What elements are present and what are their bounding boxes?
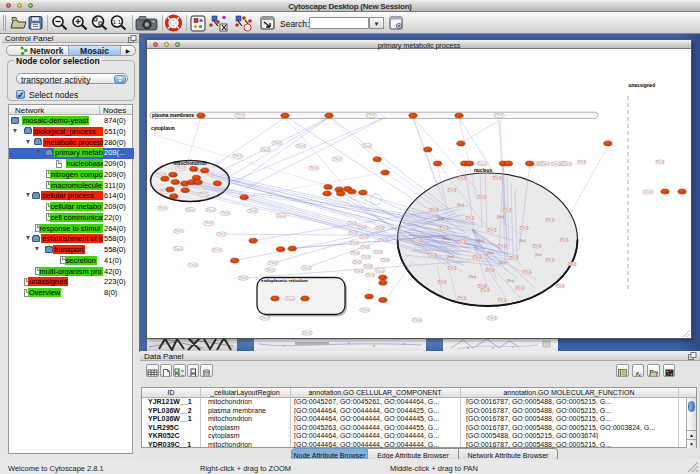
svg-text:[Yb-x]: [Yb-x] <box>477 239 484 243</box>
svg-text:[Yxx-x]: [Yxx-x] <box>556 284 564 288</box>
svg-text:[Yxx-x]: [Yxx-x] <box>174 247 182 251</box>
svg-text:[Yxx-x]: [Yxx-x] <box>273 141 281 145</box>
svg-text:[Yxx-x]: [Yxx-x] <box>207 208 215 212</box>
svg-text:[Yxx-x]: [Yxx-x] <box>239 276 247 280</box>
svg-text:[Yxx-x]: [Yxx-x] <box>440 226 448 230</box>
svg-text:fₓ: fₓ <box>635 370 640 378</box>
svg-text:[Yxx-x]: [Yxx-x] <box>376 269 384 273</box>
svg-text:[Yxx-x]: [Yxx-x] <box>498 244 506 248</box>
svg-text:[Yxx-x]: [Yxx-x] <box>310 166 318 170</box>
svg-text:[Yxx-x]: [Yxx-x] <box>234 154 242 158</box>
svg-text:[Yxx-x]: [Yxx-x] <box>413 238 421 242</box>
svg-text:mitochondrion: mitochondrion <box>173 161 207 166</box>
svg-text:[Yxx-x]: [Yxx-x] <box>266 268 274 272</box>
svg-text:[Yxx-x]: [Yxx-x] <box>277 214 285 218</box>
svg-text:[Yxx-x]: [Yxx-x] <box>503 208 511 212</box>
svg-text:[Yxx-x]: [Yxx-x] <box>541 162 549 166</box>
svg-text:[Yxx-x]: [Yxx-x] <box>428 253 436 257</box>
svg-text:[Yxx-x]: [Yxx-x] <box>333 157 341 161</box>
svg-text:[Yxx-x]: [Yxx-x] <box>568 262 576 266</box>
svg-text:[Yxx-x]: [Yxx-x] <box>486 268 494 272</box>
svg-text:[Yb-x]: [Yb-x] <box>499 261 506 265</box>
svg-text:[Yxx-x]: [Yxx-x] <box>351 251 359 255</box>
svg-text:1:1: 1:1 <box>113 19 122 25</box>
svg-text:[Yxx-x]: [Yxx-x] <box>493 176 501 180</box>
svg-text:[Yxx-x]: [Yxx-x] <box>358 225 366 229</box>
svg-text:[Yxx-x]: [Yxx-x] <box>286 297 294 301</box>
svg-text:[Yxx-x]: [Yxx-x] <box>158 206 166 210</box>
svg-text:[Yxx-x]: [Yxx-x] <box>374 250 382 254</box>
svg-text:[Yxx-x]: [Yxx-x] <box>176 166 184 170</box>
svg-text:[Yxx-x]: [Yxx-x] <box>381 258 389 262</box>
svg-text:[Yb-x]: [Yb-x] <box>437 217 444 221</box>
svg-text:[Yxx-x]: [Yxx-x] <box>546 218 554 222</box>
svg-text:[Yxx-x]: [Yxx-x] <box>644 190 652 194</box>
svg-text:[Yxx-x]: [Yxx-x] <box>353 260 361 264</box>
svg-text:[Yxx-x]: [Yxx-x] <box>367 113 375 117</box>
svg-text:[Yxx-x]: [Yxx-x] <box>361 245 369 249</box>
svg-text:[Yxx-x]: [Yxx-x] <box>199 192 207 196</box>
svg-text:[Yb-x]: [Yb-x] <box>535 253 542 257</box>
svg-text:unassigned: unassigned <box>629 83 656 88</box>
svg-text:[Yxx-x]: [Yxx-x] <box>360 235 368 239</box>
svg-text:[Yxx-x]: [Yxx-x] <box>261 316 269 320</box>
svg-text:[Yxx-x]: [Yxx-x] <box>413 318 421 322</box>
svg-text:[Yxx-x]: [Yxx-x] <box>430 208 438 212</box>
svg-text:[Yxx-x]: [Yxx-x] <box>498 298 506 302</box>
svg-text:[Yb-x]: [Yb-x] <box>442 237 449 241</box>
svg-text:[Yxx-x]: [Yxx-x] <box>478 284 486 288</box>
svg-text:[Yb-x]: [Yb-x] <box>497 215 504 219</box>
svg-text:[Yxx-x]: [Yxx-x] <box>175 229 183 233</box>
svg-text:[Yxx-x]: [Yxx-x] <box>218 232 226 236</box>
svg-text:[Yxx-x]: [Yxx-x] <box>362 255 370 259</box>
svg-text:[Yb-x]: [Yb-x] <box>519 239 526 243</box>
svg-text:[Yxx-x]: [Yxx-x] <box>473 255 481 259</box>
svg-text:[Yxx-x]: [Yxx-x] <box>236 113 244 117</box>
svg-text:[Yxx-x]: [Yxx-x] <box>448 188 456 192</box>
svg-text:[Yxx-x]: [Yxx-x] <box>221 211 229 215</box>
svg-text:[Yxx-x]: [Yxx-x] <box>366 273 374 277</box>
svg-text:[Yxx-x]: [Yxx-x] <box>520 226 528 230</box>
svg-text:[Yxx-x]: [Yxx-x] <box>186 208 194 212</box>
svg-text:[Yxx-x]: [Yxx-x] <box>466 216 474 220</box>
svg-text:[Yxx-x]: [Yxx-x] <box>438 280 446 284</box>
svg-text:[Yxx-x]: [Yxx-x] <box>458 296 466 300</box>
svg-text:[Yxx-x]: [Yxx-x] <box>546 258 554 262</box>
svg-text:[Yxx-x]: [Yxx-x] <box>533 244 541 248</box>
svg-text:endoplasmic reticulum: endoplasmic reticulum <box>261 278 308 283</box>
svg-text:[Yxx-x]: [Yxx-x] <box>350 241 358 245</box>
svg-text:[Yxx-x]: [Yxx-x] <box>516 286 524 290</box>
svg-text:[Yxx-x]: [Yxx-x] <box>303 331 311 335</box>
svg-text:[Yxx-x]: [Yxx-x] <box>488 316 496 320</box>
svg-text:[Yxx-x]: [Yxx-x] <box>478 195 486 199</box>
svg-text:[Yxx-x]: [Yxx-x] <box>495 113 503 117</box>
svg-text:nucleus: nucleus <box>474 168 492 173</box>
svg-text:[Yxx-x]: [Yxx-x] <box>481 288 489 292</box>
svg-text:[Yxx-x]: [Yxx-x] <box>448 266 456 270</box>
svg-text:[Yxx-x]: [Yxx-x] <box>297 144 305 148</box>
svg-text:[Yxx-x]: [Yxx-x] <box>189 263 197 267</box>
svg-text:[Yxx-x]: [Yxx-x] <box>379 238 387 242</box>
svg-text:[Yxx-x]: [Yxx-x] <box>364 264 372 268</box>
svg-text:[Yxx-x]: [Yxx-x] <box>563 162 571 166</box>
svg-text:[Yxx-x]: [Yxx-x] <box>349 231 357 235</box>
svg-text:[Yxx-x]: [Yxx-x] <box>523 270 531 274</box>
svg-text:[Yxx-x]: [Yxx-x] <box>361 308 369 312</box>
svg-text:cytoplasm: cytoplasm <box>151 126 175 131</box>
svg-text:[Yxx-x]: [Yxx-x] <box>552 162 560 166</box>
svg-text:[Yxx-x]: [Yxx-x] <box>578 160 586 164</box>
svg-text:[Yxx-x]: [Yxx-x] <box>376 226 384 230</box>
svg-text:[Yxx-x]: [Yxx-x] <box>510 256 518 260</box>
svg-text:[Yxx-x]: [Yxx-x] <box>478 162 486 166</box>
svg-text:[Yb-x]: [Yb-x] <box>507 279 514 283</box>
svg-text:[Yxx-x]: [Yxx-x] <box>560 238 568 242</box>
svg-text:[Yb-x]: [Yb-x] <box>457 203 464 207</box>
svg-text:[Yxx-x]: [Yxx-x] <box>363 144 371 148</box>
svg-text:[Yb-x]: [Yb-x] <box>447 255 454 259</box>
svg-text:[Yxx-x]: [Yxx-x] <box>458 240 466 244</box>
svg-text:[Yxx-x]: [Yxx-x] <box>249 209 257 213</box>
svg-text:[Yxx-x]: [Yxx-x] <box>302 266 310 270</box>
svg-text:[Yxx-x]: [Yxx-x] <box>488 228 496 232</box>
svg-text:[Yxx-x]: [Yxx-x] <box>205 221 213 225</box>
svg-text:[Yxx-x]: [Yxx-x] <box>262 148 270 152</box>
